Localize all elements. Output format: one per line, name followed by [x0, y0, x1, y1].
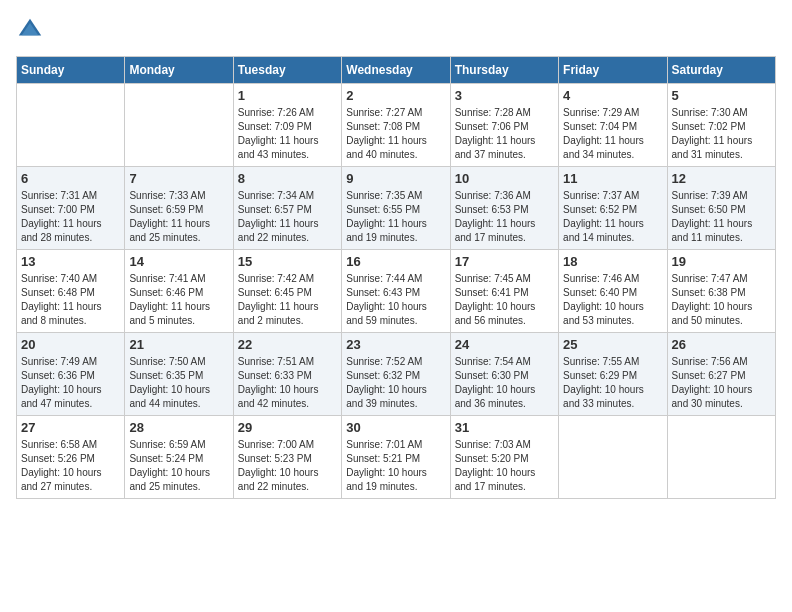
day-info: Sunrise: 7:55 AMSunset: 6:29 PMDaylight:…: [563, 355, 662, 411]
day-number: 6: [21, 171, 120, 186]
day-number: 2: [346, 88, 445, 103]
day-cell: 4Sunrise: 7:29 AMSunset: 7:04 PMDaylight…: [559, 84, 667, 167]
day-number: 4: [563, 88, 662, 103]
day-cell: 2Sunrise: 7:27 AMSunset: 7:08 PMDaylight…: [342, 84, 450, 167]
day-cell: [125, 84, 233, 167]
day-cell: 26Sunrise: 7:56 AMSunset: 6:27 PMDayligh…: [667, 333, 775, 416]
day-cell: 6Sunrise: 7:31 AMSunset: 7:00 PMDaylight…: [17, 167, 125, 250]
day-cell: 29Sunrise: 7:00 AMSunset: 5:23 PMDayligh…: [233, 416, 341, 499]
page-header: [16, 16, 776, 44]
day-number: 21: [129, 337, 228, 352]
day-cell: 3Sunrise: 7:28 AMSunset: 7:06 PMDaylight…: [450, 84, 558, 167]
header-row: SundayMondayTuesdayWednesdayThursdayFrid…: [17, 57, 776, 84]
day-info: Sunrise: 7:41 AMSunset: 6:46 PMDaylight:…: [129, 272, 228, 328]
day-cell: 15Sunrise: 7:42 AMSunset: 6:45 PMDayligh…: [233, 250, 341, 333]
calendar-table: SundayMondayTuesdayWednesdayThursdayFrid…: [16, 56, 776, 499]
day-number: 8: [238, 171, 337, 186]
week-row-3: 13Sunrise: 7:40 AMSunset: 6:48 PMDayligh…: [17, 250, 776, 333]
day-cell: [667, 416, 775, 499]
day-info: Sunrise: 7:00 AMSunset: 5:23 PMDaylight:…: [238, 438, 337, 494]
week-row-2: 6Sunrise: 7:31 AMSunset: 7:00 PMDaylight…: [17, 167, 776, 250]
day-info: Sunrise: 7:44 AMSunset: 6:43 PMDaylight:…: [346, 272, 445, 328]
day-info: Sunrise: 7:50 AMSunset: 6:35 PMDaylight:…: [129, 355, 228, 411]
day-cell: 27Sunrise: 6:58 AMSunset: 5:26 PMDayligh…: [17, 416, 125, 499]
day-info: Sunrise: 7:49 AMSunset: 6:36 PMDaylight:…: [21, 355, 120, 411]
day-info: Sunrise: 7:27 AMSunset: 7:08 PMDaylight:…: [346, 106, 445, 162]
day-number: 5: [672, 88, 771, 103]
day-info: Sunrise: 7:52 AMSunset: 6:32 PMDaylight:…: [346, 355, 445, 411]
week-row-4: 20Sunrise: 7:49 AMSunset: 6:36 PMDayligh…: [17, 333, 776, 416]
day-cell: 1Sunrise: 7:26 AMSunset: 7:09 PMDaylight…: [233, 84, 341, 167]
day-info: Sunrise: 7:46 AMSunset: 6:40 PMDaylight:…: [563, 272, 662, 328]
day-info: Sunrise: 7:45 AMSunset: 6:41 PMDaylight:…: [455, 272, 554, 328]
day-cell: 28Sunrise: 6:59 AMSunset: 5:24 PMDayligh…: [125, 416, 233, 499]
day-number: 30: [346, 420, 445, 435]
day-cell: 8Sunrise: 7:34 AMSunset: 6:57 PMDaylight…: [233, 167, 341, 250]
day-cell: 18Sunrise: 7:46 AMSunset: 6:40 PMDayligh…: [559, 250, 667, 333]
day-number: 27: [21, 420, 120, 435]
day-cell: [559, 416, 667, 499]
day-info: Sunrise: 7:51 AMSunset: 6:33 PMDaylight:…: [238, 355, 337, 411]
day-info: Sunrise: 7:33 AMSunset: 6:59 PMDaylight:…: [129, 189, 228, 245]
day-cell: 13Sunrise: 7:40 AMSunset: 6:48 PMDayligh…: [17, 250, 125, 333]
day-info: Sunrise: 7:34 AMSunset: 6:57 PMDaylight:…: [238, 189, 337, 245]
day-number: 9: [346, 171, 445, 186]
day-number: 7: [129, 171, 228, 186]
day-number: 13: [21, 254, 120, 269]
day-info: Sunrise: 7:42 AMSunset: 6:45 PMDaylight:…: [238, 272, 337, 328]
day-number: 31: [455, 420, 554, 435]
col-header-saturday: Saturday: [667, 57, 775, 84]
day-cell: 16Sunrise: 7:44 AMSunset: 6:43 PMDayligh…: [342, 250, 450, 333]
day-info: Sunrise: 7:28 AMSunset: 7:06 PMDaylight:…: [455, 106, 554, 162]
col-header-thursday: Thursday: [450, 57, 558, 84]
logo-icon: [16, 16, 44, 44]
day-number: 24: [455, 337, 554, 352]
day-info: Sunrise: 7:03 AMSunset: 5:20 PMDaylight:…: [455, 438, 554, 494]
col-header-tuesday: Tuesday: [233, 57, 341, 84]
day-number: 10: [455, 171, 554, 186]
day-cell: 25Sunrise: 7:55 AMSunset: 6:29 PMDayligh…: [559, 333, 667, 416]
day-cell: 21Sunrise: 7:50 AMSunset: 6:35 PMDayligh…: [125, 333, 233, 416]
day-info: Sunrise: 7:39 AMSunset: 6:50 PMDaylight:…: [672, 189, 771, 245]
day-info: Sunrise: 7:40 AMSunset: 6:48 PMDaylight:…: [21, 272, 120, 328]
day-number: 29: [238, 420, 337, 435]
day-number: 11: [563, 171, 662, 186]
col-header-monday: Monday: [125, 57, 233, 84]
day-number: 25: [563, 337, 662, 352]
day-cell: 5Sunrise: 7:30 AMSunset: 7:02 PMDaylight…: [667, 84, 775, 167]
day-cell: 17Sunrise: 7:45 AMSunset: 6:41 PMDayligh…: [450, 250, 558, 333]
day-info: Sunrise: 6:58 AMSunset: 5:26 PMDaylight:…: [21, 438, 120, 494]
day-number: 3: [455, 88, 554, 103]
day-cell: 31Sunrise: 7:03 AMSunset: 5:20 PMDayligh…: [450, 416, 558, 499]
day-info: Sunrise: 7:26 AMSunset: 7:09 PMDaylight:…: [238, 106, 337, 162]
day-number: 20: [21, 337, 120, 352]
day-cell: 10Sunrise: 7:36 AMSunset: 6:53 PMDayligh…: [450, 167, 558, 250]
day-cell: 7Sunrise: 7:33 AMSunset: 6:59 PMDaylight…: [125, 167, 233, 250]
day-cell: 24Sunrise: 7:54 AMSunset: 6:30 PMDayligh…: [450, 333, 558, 416]
col-header-friday: Friday: [559, 57, 667, 84]
day-cell: 11Sunrise: 7:37 AMSunset: 6:52 PMDayligh…: [559, 167, 667, 250]
day-cell: 20Sunrise: 7:49 AMSunset: 6:36 PMDayligh…: [17, 333, 125, 416]
day-number: 16: [346, 254, 445, 269]
day-cell: 9Sunrise: 7:35 AMSunset: 6:55 PMDaylight…: [342, 167, 450, 250]
col-header-wednesday: Wednesday: [342, 57, 450, 84]
day-info: Sunrise: 7:47 AMSunset: 6:38 PMDaylight:…: [672, 272, 771, 328]
day-number: 23: [346, 337, 445, 352]
col-header-sunday: Sunday: [17, 57, 125, 84]
day-cell: 19Sunrise: 7:47 AMSunset: 6:38 PMDayligh…: [667, 250, 775, 333]
day-info: Sunrise: 7:54 AMSunset: 6:30 PMDaylight:…: [455, 355, 554, 411]
week-row-1: 1Sunrise: 7:26 AMSunset: 7:09 PMDaylight…: [17, 84, 776, 167]
day-number: 17: [455, 254, 554, 269]
logo: [16, 16, 48, 44]
week-row-5: 27Sunrise: 6:58 AMSunset: 5:26 PMDayligh…: [17, 416, 776, 499]
day-info: Sunrise: 7:35 AMSunset: 6:55 PMDaylight:…: [346, 189, 445, 245]
day-cell: 30Sunrise: 7:01 AMSunset: 5:21 PMDayligh…: [342, 416, 450, 499]
day-number: 22: [238, 337, 337, 352]
day-info: Sunrise: 6:59 AMSunset: 5:24 PMDaylight:…: [129, 438, 228, 494]
day-number: 14: [129, 254, 228, 269]
day-cell: 12Sunrise: 7:39 AMSunset: 6:50 PMDayligh…: [667, 167, 775, 250]
day-cell: 14Sunrise: 7:41 AMSunset: 6:46 PMDayligh…: [125, 250, 233, 333]
day-number: 28: [129, 420, 228, 435]
day-info: Sunrise: 7:56 AMSunset: 6:27 PMDaylight:…: [672, 355, 771, 411]
day-number: 1: [238, 88, 337, 103]
